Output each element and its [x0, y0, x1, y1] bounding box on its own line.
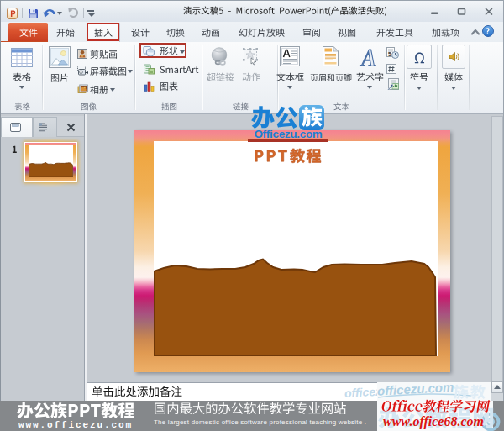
svg-text:5: 5: [388, 51, 391, 57]
